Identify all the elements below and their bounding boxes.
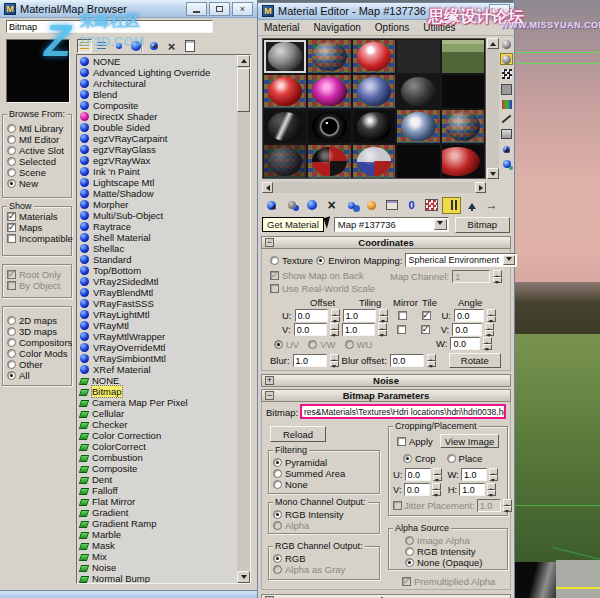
menu-item[interactable]: Navigation (314, 22, 361, 33)
mapping-select[interactable]: Spherical Environment (405, 253, 517, 267)
time-rollout-header[interactable]: + Time (261, 594, 511, 598)
material-map-navigator-icon[interactable] (500, 158, 513, 170)
scroll-up-button[interactable] (237, 55, 250, 67)
u-angle-field[interactable] (454, 309, 484, 322)
list-item[interactable]: Architectural (77, 78, 237, 89)
delete-from-library-icon[interactable] (164, 39, 179, 53)
scroll-down-button[interactable] (237, 571, 250, 583)
list-item[interactable]: Combustion (77, 452, 237, 463)
v-angle-field[interactable] (452, 323, 482, 336)
crop-h-field[interactable] (459, 483, 485, 496)
browse-from-radio[interactable]: Mtl Editor (7, 134, 69, 145)
map-filter-radio[interactable]: 3D maps (7, 326, 69, 337)
show-end-result-icon[interactable] (442, 197, 461, 214)
browse-from-radio[interactable]: Scene (7, 167, 69, 178)
crop-u-field[interactable] (405, 468, 431, 481)
slots-horizontal-scrollbar[interactable] (262, 182, 486, 193)
u-offset-field[interactable] (295, 309, 328, 322)
rotate-button[interactable]: Rotate (449, 353, 501, 368)
v-offset-field[interactable] (294, 323, 327, 336)
scroll-up-button[interactable] (487, 38, 499, 49)
list-item[interactable]: Multi/Sub-Object (77, 210, 237, 221)
list-item[interactable]: VRayMtlWrapper (77, 331, 237, 342)
list-item[interactable]: VRayOverrideMtl (77, 342, 237, 353)
browse-from-radio[interactable]: Mtl Library (7, 123, 69, 134)
select-by-material-icon[interactable] (500, 143, 513, 155)
expand-icon[interactable]: + (265, 376, 274, 385)
mono-output-radio[interactable]: RGB Intensity (273, 509, 377, 520)
clear-material-library-icon[interactable] (182, 39, 197, 53)
rgb-output-radio[interactable]: Alpha as Gray (273, 564, 377, 575)
material-editor-options-icon[interactable] (500, 128, 513, 140)
list-item[interactable]: Blend (77, 89, 237, 100)
v-tiling-field[interactable] (342, 323, 375, 336)
filtering-radio[interactable]: Pyramidal (273, 457, 377, 468)
list-item[interactable]: Top/Bottom (77, 265, 237, 276)
background-icon[interactable] (500, 68, 513, 80)
sample-slot[interactable] (307, 144, 351, 179)
slots-vertical-scrollbar[interactable] (487, 38, 499, 179)
premultiplied-alpha-checkbox[interactable] (402, 577, 411, 586)
v-tile-checkbox[interactable] (421, 325, 430, 334)
use-real-world-scale-checkbox[interactable] (270, 284, 279, 293)
sample-slot[interactable] (396, 74, 440, 109)
sample-slot[interactable] (307, 109, 351, 144)
list-item[interactable]: NONE (77, 375, 237, 386)
make-unique-icon[interactable] (362, 197, 381, 214)
list-item[interactable]: VRayFastSSS (77, 298, 237, 309)
bitmap-path-field[interactable]: res&Materials\Textures\Hdri locations\hd… (300, 404, 506, 419)
list-item[interactable]: egzVRayGlass (77, 144, 237, 155)
list-item[interactable]: Gradient (77, 507, 237, 518)
apply-checkbox[interactable] (397, 437, 406, 446)
show-checkbox[interactable]: Incompatible (7, 233, 69, 244)
crop-v-field[interactable] (404, 483, 430, 496)
sample-slot[interactable] (352, 144, 396, 179)
list-item[interactable]: Noise (77, 562, 237, 573)
material-type-button[interactable]: Bitmap (455, 217, 510, 233)
sample-slot[interactable] (441, 144, 485, 179)
list-item[interactable]: Checker (77, 419, 237, 430)
show-checkbox[interactable]: Maps (7, 222, 69, 233)
get-material-icon[interactable] (262, 197, 281, 214)
blur-field[interactable] (293, 354, 327, 367)
sample-slot[interactable] (263, 74, 307, 109)
crop-radio[interactable] (403, 454, 412, 463)
list-item[interactable]: Dent (77, 474, 237, 485)
wu-radio[interactable] (345, 340, 354, 349)
filtering-radio[interactable]: None (273, 479, 377, 490)
list-item[interactable]: Color Correction (77, 430, 237, 441)
close-button[interactable]: × (232, 2, 253, 16)
browser-titlebar[interactable]: M Material/Map Browser × (0, 0, 257, 18)
map-filter-radio[interactable]: All (7, 370, 69, 381)
dropdown-arrow-icon[interactable] (503, 255, 515, 265)
list-item[interactable]: Composite (77, 463, 237, 474)
map-filter-radio[interactable]: Compositors (7, 337, 69, 348)
vw-radio[interactable] (308, 340, 317, 349)
mono-output-radio[interactable]: Alpha (273, 520, 377, 531)
map-channel-spinner[interactable] (493, 270, 502, 283)
map-channel-field[interactable] (452, 270, 490, 283)
sample-slot[interactable] (307, 74, 351, 109)
list-item[interactable]: Double Sided (77, 122, 237, 133)
sample-slot[interactable] (352, 109, 396, 144)
sample-slot[interactable] (441, 74, 485, 109)
list-item[interactable]: VRaySimbiontMtl (77, 353, 237, 364)
assign-material-to-selection-icon[interactable] (302, 197, 321, 214)
coordinates-rollout-header[interactable]: − Coordinates (261, 236, 511, 249)
list-item[interactable]: VRayLightMtl (77, 309, 237, 320)
texture-radio[interactable] (270, 256, 279, 265)
view-list-icon[interactable] (77, 39, 92, 53)
dropdown-arrow-icon[interactable] (434, 219, 447, 230)
menu-item[interactable]: Utilities (423, 22, 455, 33)
sample-slot[interactable] (396, 109, 440, 144)
sample-slot[interactable] (263, 109, 307, 144)
list-item[interactable]: DirectX Shader (77, 111, 237, 122)
list-item[interactable]: Advanced Lighting Override (77, 67, 237, 78)
reset-map-icon[interactable] (322, 197, 341, 214)
list-item[interactable]: Gradient Ramp (77, 518, 237, 529)
sample-slot[interactable] (352, 74, 396, 109)
u-mirror-checkbox[interactable] (398, 311, 407, 320)
list-item[interactable]: Normal Bump (77, 573, 237, 583)
scroll-right-button[interactable] (475, 182, 486, 193)
maximize-button[interactable] (209, 2, 230, 16)
